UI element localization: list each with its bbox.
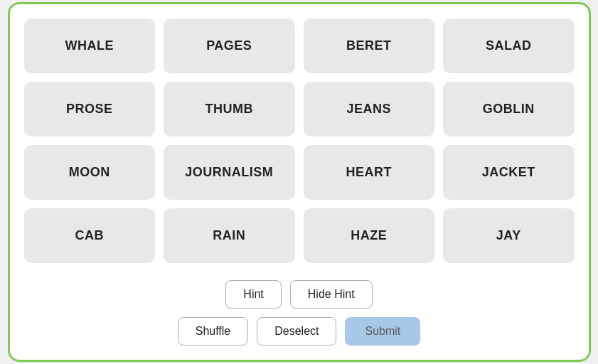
tile-whale[interactable]: WHALE [24,18,156,73]
tile-moon[interactable]: MOON [24,145,156,200]
hint-row: Hint Hide Hint [225,280,372,309]
action-row: Shuffle Deselect Submit [178,317,421,346]
word-grid: WHALE PAGES BERET SALAD PROSE THUMB JEAN… [24,18,575,263]
submit-button[interactable]: Submit [345,317,420,346]
tile-jay[interactable]: JAY [443,208,575,263]
tile-jeans[interactable]: JEANS [304,82,435,136]
tile-pages[interactable]: PAGES [164,18,295,73]
tile-thumb[interactable]: THUMB [164,82,295,136]
hide-hint-button[interactable]: Hide Hint [290,280,373,309]
tile-prose[interactable]: PROSE [24,82,156,136]
tile-journalism[interactable]: JOURNALISM [164,145,295,200]
tile-rain[interactable]: RAIN [164,208,295,263]
tile-beret[interactable]: BERET [304,18,435,73]
tile-jacket[interactable]: JACKET [443,145,575,200]
tile-salad[interactable]: SALAD [443,18,575,73]
deselect-button[interactable]: Deselect [257,317,336,346]
controls: Hint Hide Hint Shuffle Deselect Submit [24,280,575,346]
tile-goblin[interactable]: GOBLIN [443,82,575,136]
tile-heart[interactable]: HEART [304,145,435,200]
tile-haze[interactable]: HAZE [304,208,435,263]
game-container: WHALE PAGES BERET SALAD PROSE THUMB JEAN… [8,2,591,362]
hint-button[interactable]: Hint [225,280,281,309]
shuffle-button[interactable]: Shuffle [178,317,249,346]
tile-cab[interactable]: CAB [24,208,156,263]
